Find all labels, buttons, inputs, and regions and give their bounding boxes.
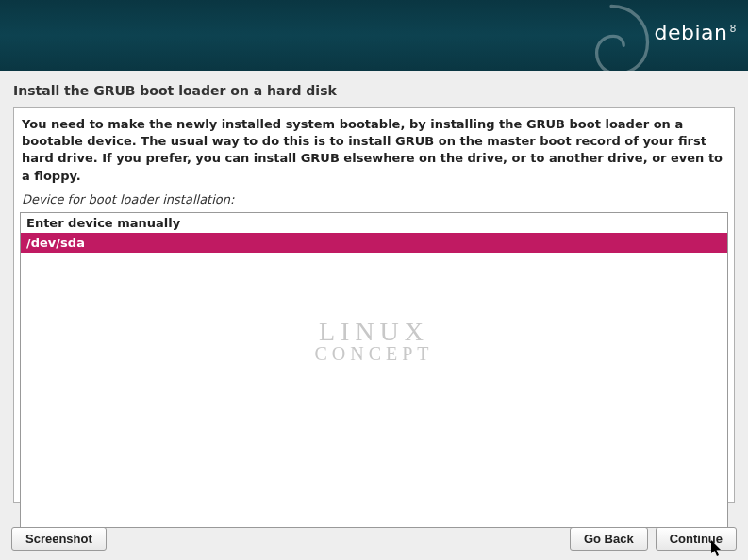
- continue-button[interactable]: Continue: [656, 527, 737, 551]
- page-title: Install the GRUB boot loader on a hard d…: [0, 71, 748, 107]
- watermark-line2: CONCEPT: [314, 343, 433, 365]
- watermark-line1: LINUX: [314, 317, 433, 347]
- brand-name: debian: [654, 21, 727, 44]
- debian-swirl-icon: [559, 0, 663, 71]
- button-bar: Screenshot Go Back Continue: [0, 527, 748, 551]
- go-back-button[interactable]: Go Back: [570, 527, 648, 551]
- device-option-manual[interactable]: Enter device manually: [21, 213, 727, 233]
- watermark: LINUX CONCEPT: [314, 317, 433, 365]
- device-option-sda[interactable]: /dev/sda: [21, 233, 727, 253]
- device-listbox[interactable]: Enter device manually /dev/sda LINUX CON…: [20, 212, 728, 528]
- device-field-label: Device for boot loader installation:: [14, 190, 734, 210]
- brand-version: 8: [730, 23, 738, 35]
- screenshot-button[interactable]: Screenshot: [11, 527, 107, 551]
- brand-logo: debian8: [654, 21, 737, 44]
- installer-header: debian8: [0, 0, 748, 71]
- description-text: You need to make the newly installed sys…: [14, 108, 734, 190]
- content-panel: You need to make the newly installed sys…: [13, 107, 735, 503]
